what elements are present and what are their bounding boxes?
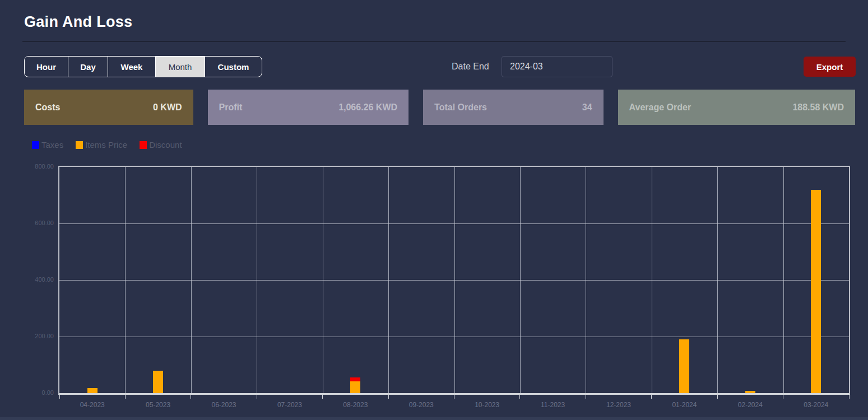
x-axis-tick (388, 394, 389, 399)
stat-card-total-orders: Total Orders 34 (423, 90, 604, 125)
bar-segment-items-price[interactable] (745, 391, 755, 393)
legend-item-items-price[interactable]: Items Price (76, 140, 127, 150)
gridline-vertical (323, 167, 323, 393)
gridline-vertical (125, 167, 126, 393)
tab-month[interactable]: Month (156, 57, 205, 77)
x-axis-tick (783, 394, 783, 399)
x-axis-tick (59, 394, 60, 399)
gridline-vertical (388, 167, 389, 393)
tab-day[interactable]: Day (68, 57, 108, 77)
stat-card-average-order: Average Order 188.58 KWD (618, 90, 855, 125)
bar-segment-items-price[interactable] (811, 190, 821, 393)
x-axis-tick-label: 06-2023 (191, 401, 257, 409)
x-axis-tick-label: 03-2024 (783, 401, 849, 409)
x-axis-tick (849, 394, 850, 399)
tab-hour[interactable]: Hour (25, 57, 68, 77)
stat-card-costs: Costs 0 KWD (24, 90, 193, 125)
gridline-vertical (717, 167, 718, 393)
stat-value: 34 (582, 102, 592, 113)
tab-custom[interactable]: Custom (205, 57, 262, 77)
legend-label: Taxes (41, 140, 63, 150)
bar-segment-items-price[interactable] (153, 371, 163, 393)
legend-label: Items Price (85, 140, 127, 150)
bottom-scroll-strip[interactable] (0, 417, 868, 420)
stat-cards: Costs 0 KWD Profit 1,066.26 KWD Total Or… (24, 90, 855, 125)
stat-label: Profit (219, 102, 243, 113)
x-axis-tick-label: 11-2023 (520, 401, 586, 409)
legend-item-taxes[interactable]: Taxes (32, 140, 63, 150)
export-button[interactable]: Export (804, 57, 856, 77)
bar-segment-items-price[interactable] (350, 381, 360, 393)
x-axis-tick-label: 01-2024 (651, 401, 717, 409)
x-axis-tick (125, 394, 126, 399)
x-axis-tick (257, 394, 257, 399)
y-axis-tick-label: 400.00 (20, 276, 54, 283)
interval-tab-group: Hour Day Week Month Custom (24, 56, 262, 77)
gridline-vertical (586, 167, 586, 393)
bar-chart-plot-area: 0.00200.00400.00600.00800.0004-202305-20… (58, 166, 850, 395)
stat-card-profit: Profit 1,066.26 KWD (208, 90, 409, 125)
gridline-vertical (783, 167, 784, 393)
stat-label: Total Orders (434, 102, 487, 113)
x-axis-tick-label: 09-2023 (388, 401, 454, 409)
bar-segment-items-price[interactable] (679, 339, 689, 393)
x-axis-tick (322, 394, 323, 399)
x-axis-tick-label: 07-2023 (257, 401, 323, 409)
date-end-input[interactable] (502, 56, 612, 77)
stat-value: 0 KWD (153, 102, 182, 113)
gridline-vertical (520, 167, 521, 393)
gridline-vertical (257, 167, 257, 393)
y-axis-tick-label: 600.00 (20, 220, 54, 226)
stat-label: Average Order (629, 102, 691, 113)
y-axis-tick-label: 200.00 (20, 333, 54, 339)
legend-item-discount[interactable]: Discount (140, 140, 182, 150)
gridline-vertical (454, 167, 455, 393)
x-axis-tick (191, 394, 191, 399)
x-axis-tick-label: 12-2023 (586, 401, 652, 409)
stat-value: 188.58 KWD (792, 102, 844, 113)
x-axis-tick (651, 394, 652, 399)
tab-week[interactable]: Week (108, 57, 156, 77)
x-axis-tick (717, 394, 718, 399)
bar-segment-discount[interactable] (350, 377, 360, 382)
x-axis-tick-label: 05-2023 (125, 401, 191, 409)
legend-label: Discount (149, 140, 182, 150)
taxes-swatch-icon (32, 141, 39, 149)
gridline-vertical (652, 167, 652, 393)
gridline-vertical (191, 167, 192, 393)
x-axis-tick (586, 394, 586, 399)
y-axis-tick-label: 0.00 (20, 389, 54, 396)
x-axis-tick (454, 394, 454, 399)
y-axis-tick-label: 800.00 (20, 163, 54, 170)
discount-swatch-icon (140, 141, 147, 149)
stat-value: 1,066.26 KWD (338, 102, 397, 113)
x-axis-tick-label: 02-2024 (717, 401, 783, 409)
x-axis-tick-label: 04-2023 (59, 401, 126, 409)
bar-segment-items-price[interactable] (87, 388, 98, 393)
header-divider (22, 41, 846, 42)
stat-label: Costs (35, 102, 60, 113)
page-title: Gain And Loss (24, 13, 132, 31)
x-axis-tick (519, 394, 520, 399)
x-axis-tick-label: 08-2023 (322, 401, 388, 409)
chart-legend: Taxes Items Price Discount (32, 140, 182, 150)
date-end-label: Date End (452, 62, 489, 72)
items-price-swatch-icon (76, 141, 83, 149)
x-axis-tick-label: 10-2023 (454, 401, 520, 409)
